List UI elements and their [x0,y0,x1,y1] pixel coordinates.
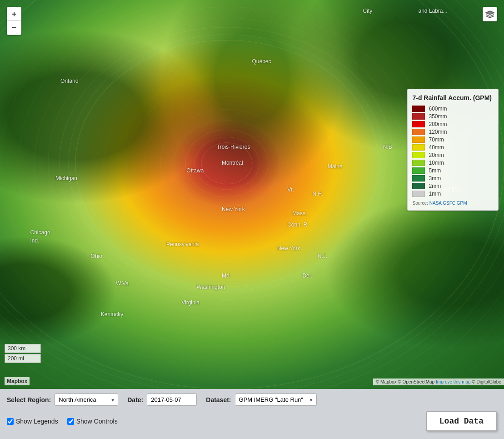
controls-row1: Select Region: North AmericaGlobalSouth … [7,394,497,406]
legend-value-label: 40mm [429,144,444,151]
legend-color-swatch [412,191,425,197]
legend-value-label: 3mm [429,175,441,182]
legend-panel: 7-d Rainfall Accum. (GPM) 600mm350mm200m… [407,89,499,211]
control-bar: Select Region: North AmericaGlobalSouth … [0,389,504,439]
legend-color-swatch [412,183,425,189]
legend-color-swatch [412,144,425,151]
date-label: Date: [127,396,143,404]
legend-value-label: 1mm [429,191,441,197]
legend-value-label: 70mm [429,136,444,143]
legend-value-label: 200mm [429,121,447,127]
region-control-group: Select Region: North AmericaGlobalSouth … [7,394,118,406]
legend-color-swatch [412,152,425,158]
show-legends-checkbox[interactable] [7,418,14,425]
legend-color-swatch [412,106,425,112]
legend-value-label: 600mm [429,106,447,112]
scale-km: 300 km [5,344,41,353]
legend-value-label: 350mm [429,113,447,120]
legend-value-label: 2mm [429,183,441,189]
legend-items: 600mm350mm200mm120mm70mm40mm20mm10mm5mm3… [412,106,492,197]
legend-item: 350mm [412,113,492,120]
legend-item: 120mm [412,129,492,135]
controls-row2: Show Legends Show Controls Load Data [7,411,497,431]
legend-item: 3mm [412,175,492,182]
dataset-control-group: Dataset: GPM IMERG "Late Run"GPM IMERG "… [206,394,316,406]
legend-item: 10mm [412,160,492,166]
legend-item: 2mm [412,183,492,189]
legend-item: 40mm [412,144,492,151]
legend-source-link[interactable]: NASA GSFC GPM [429,201,467,206]
legend-item: 200mm [412,121,492,127]
date-input[interactable] [147,394,197,406]
dataset-label: Dataset: [206,396,231,404]
date-control-group: Date: [127,394,197,406]
improve-map-link[interactable]: Improve this map [436,379,471,384]
load-data-button[interactable]: Load Data [426,411,497,431]
legend-color-swatch [412,129,425,135]
show-controls-checkbox[interactable] [67,418,74,425]
region-label: Select Region: [7,396,51,404]
legend-item: 5mm [412,167,492,174]
legend-color-swatch [412,121,425,127]
legend-value-label: 20mm [429,152,444,158]
legend-color-swatch [412,113,425,120]
legend-color-swatch [412,160,425,166]
legend-item: 600mm [412,106,492,112]
legend-value-label: 120mm [429,129,447,135]
dataset-select[interactable]: GPM IMERG "Late Run"GPM IMERG "Early Run… [235,394,317,406]
legend-item: 70mm [412,136,492,143]
legend-color-swatch [412,167,425,174]
show-controls-label[interactable]: Show Controls [76,418,118,425]
mapbox-logo: Mapbox [5,377,30,385]
zoom-out-button[interactable]: − [7,21,21,35]
dataset-select-wrapper: GPM IMERG "Late Run"GPM IMERG "Early Run… [235,394,317,406]
svg-marker-0 [486,11,494,15]
legend-value-label: 5mm [429,167,441,174]
legend-item: 1mm [412,191,492,197]
map-container: Cityand Labra...QuébecOntarioTrois-Riviè… [0,0,504,389]
legend-title: 7-d Rainfall Accum. (GPM) [412,94,492,102]
zoom-in-button[interactable]: + [7,7,21,21]
region-select[interactable]: North AmericaGlobalSouth AmericaEuropeAf… [55,394,118,406]
attribution-bar: © Mapbox © OpenStreetMap Improve this ma… [373,378,504,385]
zoom-controls: + − [7,7,21,35]
layers-icon [485,10,494,18]
legend-source: Source: NASA GSFC GPM [412,201,492,206]
legend-color-swatch [412,136,425,143]
scale-mi: 200 mi [5,354,41,363]
layer-control-button[interactable] [483,7,497,21]
show-legends-label[interactable]: Show Legends [16,418,58,425]
checkboxes-group: Show Legends Show Controls [7,418,118,425]
scale-bar: 300 km 200 mi [5,344,41,364]
legend-value-label: 10mm [429,160,444,166]
legend-color-swatch [412,175,425,182]
legend-item: 20mm [412,152,492,158]
region-select-wrapper: North AmericaGlobalSouth AmericaEuropeAf… [55,394,118,406]
show-legends-group: Show Legends [7,418,58,425]
show-controls-group: Show Controls [67,418,118,425]
